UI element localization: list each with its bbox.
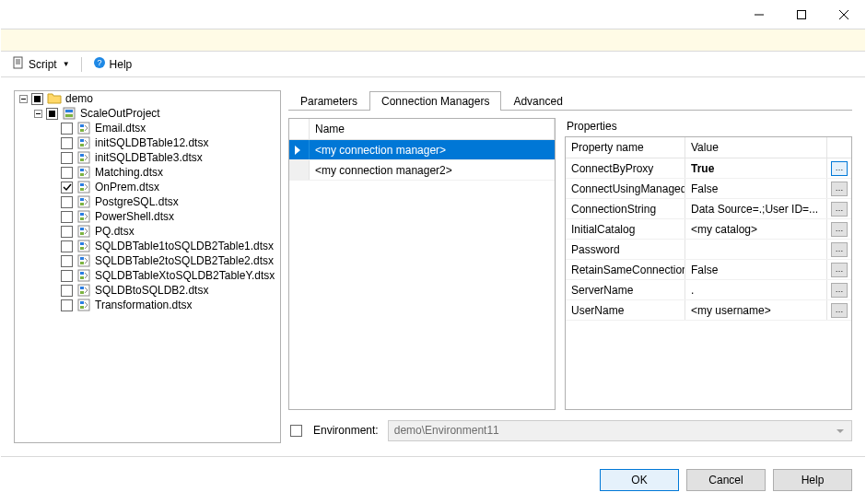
tree-checkbox[interactable]: [61, 123, 73, 135]
ellipsis-button[interactable]: …: [831, 222, 848, 237]
connection-managers-list[interactable]: Name <my connection manager><my connecti…: [288, 118, 556, 410]
tree-root-label[interactable]: demo: [64, 92, 95, 105]
property-row[interactable]: Password…: [566, 240, 851, 260]
column-header-property-name[interactable]: Property name: [566, 137, 685, 158]
tree-package-label[interactable]: initSQLDBTable12.dtsx: [93, 136, 210, 149]
svg-rect-52: [80, 291, 84, 294]
property-row[interactable]: ConnectByProxyTrue…: [566, 158, 851, 179]
tree-package-label[interactable]: PostgreSQL.dtsx: [93, 195, 181, 208]
property-row[interactable]: RetainSameConnectionFalse…: [566, 260, 851, 280]
connection-manager-row[interactable]: <my connection manager2>: [289, 160, 555, 181]
tree-package-label[interactable]: SQLDBTable2toSQLDB2Table2.dtsx: [93, 254, 275, 267]
property-value[interactable]: False: [685, 179, 827, 198]
svg-rect-43: [80, 247, 84, 250]
property-value[interactable]: <my username>: [685, 300, 827, 320]
cancel-button[interactable]: Cancel: [686, 469, 766, 491]
properties-grid[interactable]: Property name Value ConnectByProxyTrue…C…: [565, 136, 852, 410]
tab-parameters[interactable]: Parameters: [288, 91, 369, 111]
tree-checkbox[interactable]: [61, 255, 73, 267]
column-header-name[interactable]: Name: [310, 119, 555, 139]
package-tree[interactable]: demoScaleOutProjectEmail.dtsxinitSQLDBTa…: [14, 90, 281, 443]
svg-rect-54: [80, 301, 84, 304]
row-handle: [289, 140, 310, 159]
package-icon: [76, 298, 91, 312]
property-name: ServerName: [566, 280, 685, 299]
property-name: Password: [566, 240, 685, 259]
tree-checkbox[interactable]: [61, 270, 73, 282]
ellipsis-button[interactable]: …: [831, 161, 848, 176]
ok-button[interactable]: OK: [600, 469, 679, 491]
tree-checkbox[interactable]: [61, 182, 73, 193]
connection-manager-name: <my connection manager2>: [310, 164, 555, 177]
tree-checkbox[interactable]: [61, 167, 73, 179]
ellipsis-button[interactable]: …: [831, 303, 848, 318]
close-button[interactable]: [823, 1, 865, 29]
tree-checkbox[interactable]: [61, 299, 73, 311]
script-icon: [12, 56, 25, 72]
folder-icon: [47, 91, 62, 106]
tree-package-label[interactable]: SQLDBtoSQLDB2.dtsx: [93, 284, 210, 297]
tree-package-label[interactable]: Email.dtsx: [93, 122, 147, 135]
tree-checkbox[interactable]: [61, 152, 73, 164]
property-value[interactable]: Data Source=.;User ID=...: [685, 199, 827, 218]
tab-advanced[interactable]: Advanced: [501, 91, 574, 111]
tree-checkbox[interactable]: [61, 226, 73, 238]
property-value[interactable]: [685, 240, 827, 259]
property-value[interactable]: True: [685, 158, 827, 178]
svg-rect-40: [80, 232, 84, 235]
tree-package-label[interactable]: Transformation.dtsx: [93, 299, 194, 311]
tree-package-label[interactable]: initSQLDBTable3.dtsx: [93, 151, 205, 164]
property-value[interactable]: False: [685, 260, 827, 279]
tab-connection-managers[interactable]: Connection Managers: [369, 91, 501, 111]
tree-package-label[interactable]: SQLDBTableXtoSQLDB2TableY.dtsx: [93, 269, 276, 282]
property-row[interactable]: ConnectionStringData Source=.;User ID=..…: [566, 199, 851, 219]
package-icon: [76, 209, 91, 224]
connection-manager-row[interactable]: <my connection manager>: [289, 140, 555, 160]
tree-package-label[interactable]: Matching.dtsx: [93, 166, 165, 179]
package-icon: [76, 224, 91, 239]
property-name: ConnectionString: [566, 199, 685, 218]
tree-package-label[interactable]: PowerShell.dtsx: [93, 210, 176, 223]
tree-package-label[interactable]: OnPrem.dtsx: [93, 181, 161, 193]
ellipsis-button[interactable]: …: [831, 182, 848, 196]
project-icon: [62, 106, 76, 121]
collapse-icon[interactable]: [18, 94, 28, 103]
tree-project-label[interactable]: ScaleOutProject: [78, 107, 162, 120]
tree-package-label[interactable]: SQLDBTable1toSQLDB2Table1.dtsx: [93, 240, 275, 252]
column-header-value[interactable]: Value: [685, 137, 827, 158]
tree-checkbox[interactable]: [61, 137, 73, 149]
tree-checkbox[interactable]: [61, 196, 73, 208]
svg-rect-4: [14, 57, 22, 68]
svg-rect-36: [80, 213, 84, 216]
dropdown-icon: ▼: [63, 60, 70, 68]
property-row[interactable]: InitialCatalog<my catalog>…: [566, 219, 851, 240]
connection-manager-name: <my connection manager>: [310, 144, 555, 157]
minimize-button[interactable]: [738, 1, 780, 29]
property-row[interactable]: UserName<my username>…: [566, 300, 851, 321]
tree-checkbox[interactable]: [61, 285, 73, 297]
tree-package-label[interactable]: PQ.dtsx: [93, 225, 136, 238]
info-bar: [1, 29, 865, 52]
tree-checkbox[interactable]: [46, 108, 58, 120]
environment-checkbox[interactable]: [290, 425, 302, 437]
tree-checkbox[interactable]: [61, 240, 73, 252]
ellipsis-button[interactable]: …: [831, 242, 848, 257]
ellipsis-button[interactable]: …: [831, 263, 848, 277]
property-value[interactable]: .: [685, 280, 827, 299]
environment-label: Environment:: [313, 424, 379, 437]
environment-combobox[interactable]: demo\Environment11: [388, 420, 852, 441]
help-button[interactable]: ? Help: [89, 54, 136, 74]
ellipsis-button[interactable]: …: [831, 283, 848, 298]
property-row[interactable]: ServerName.…: [566, 280, 851, 300]
ellipsis-button[interactable]: …: [831, 202, 848, 217]
tree-checkbox[interactable]: [61, 211, 73, 223]
maximize-button[interactable]: [780, 1, 823, 29]
help-button-footer[interactable]: Help: [773, 469, 852, 491]
script-button[interactable]: Script ▼: [8, 54, 74, 74]
tab-label: Advanced: [513, 95, 562, 108]
package-icon: [76, 135, 91, 150]
tree-checkbox[interactable]: [31, 93, 43, 105]
collapse-icon[interactable]: [33, 109, 42, 118]
property-row[interactable]: ConnectUsingManagedIdentityFalse…: [566, 179, 851, 199]
property-value[interactable]: <my catalog>: [685, 219, 827, 239]
